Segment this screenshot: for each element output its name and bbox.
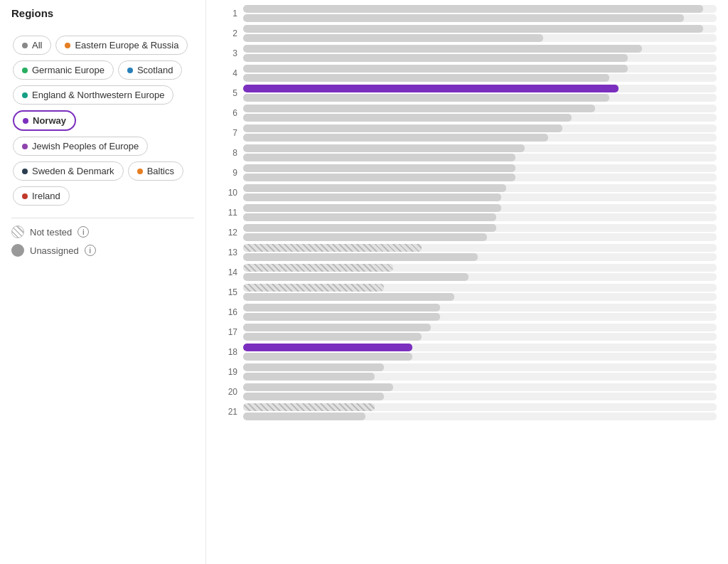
chromosome-row-6: 6 [218, 104, 717, 122]
bars-col-8 [243, 144, 717, 161]
chrom-num-9: 9 [218, 168, 237, 178]
bars-col-15 [243, 284, 717, 301]
unassigned-label: Unassigned [30, 245, 79, 256]
bars-col-18 [243, 344, 717, 361]
chromosome-row-11: 11 [218, 203, 717, 222]
chromosome-row-4: 4 [218, 64, 717, 83]
region-dot-eastern-europe [65, 43, 70, 48]
region-pill-germanic-europe[interactable]: Germanic Europe [13, 60, 114, 80]
bar-track-bottom-10 [243, 193, 717, 201]
chromosome-row-3: 3 [218, 44, 717, 63]
region-label-scotland: Scotland [137, 65, 173, 75]
chromosome-row-19: 19 [218, 363, 717, 381]
bar-track-top-11 [243, 204, 717, 212]
bar-segment [243, 204, 501, 212]
bar-segment [243, 213, 496, 221]
unassigned-info-icon[interactable]: i [85, 245, 96, 256]
region-label-sweden-denmark: Sweden & Denmark [32, 166, 114, 176]
bars-col-5 [243, 85, 717, 102]
bar-track-top-12 [243, 224, 717, 232]
bar-segment [243, 363, 384, 371]
bar-track-bottom-13 [243, 253, 717, 261]
chromosome-panel: 123456789101112131415161718192021 [206, 0, 728, 564]
bar-segment [243, 244, 422, 252]
bar-segment [243, 5, 703, 13]
bars-col-12 [243, 224, 717, 241]
bar-segment [243, 284, 384, 292]
chromosome-row-8: 8 [218, 144, 717, 162]
bar-track-bottom-17 [243, 333, 717, 341]
bar-track-bottom-14 [243, 273, 717, 281]
region-pill-eastern-europe[interactable]: Eastern Europe & Russia [55, 36, 188, 55]
region-pill-jewish-peoples[interactable]: Jewish Peoples of Europe [13, 137, 148, 156]
chrom-num-10: 10 [218, 188, 237, 198]
chrom-num-8: 8 [218, 148, 237, 158]
bar-segment [243, 54, 628, 62]
region-label-eastern-europe: Eastern Europe & Russia [75, 40, 178, 50]
bars-col-17 [243, 324, 717, 341]
bar-segment [243, 154, 515, 161]
bar-segment [243, 144, 525, 152]
region-pill-norway[interactable]: Norway [13, 110, 76, 131]
chrom-num-2: 2 [218, 28, 237, 38]
bar-segment [243, 413, 365, 420]
bar-track-top-19 [243, 363, 717, 371]
bar-track-bottom-2 [243, 34, 717, 42]
bar-track-bottom-8 [243, 154, 717, 161]
chrom-num-1: 1 [218, 9, 237, 18]
bar-track-bottom-3 [243, 54, 717, 62]
bar-track-bottom-19 [243, 373, 717, 381]
bar-track-top-13 [243, 244, 717, 252]
bar-track-bottom-11 [243, 213, 717, 221]
chrom-num-19: 19 [218, 367, 237, 377]
chromosome-row-9: 9 [218, 164, 717, 182]
bars-col-2 [243, 25, 717, 42]
region-pill-all[interactable]: All [13, 36, 51, 55]
bar-segment [243, 94, 609, 102]
chrom-num-4: 4 [218, 68, 237, 78]
chrom-num-14: 14 [218, 267, 237, 277]
bar-track-bottom-20 [243, 393, 717, 400]
bar-track-bottom-1 [243, 14, 717, 22]
region-pill-sweden-denmark[interactable]: Sweden & Denmark [13, 161, 124, 181]
bar-track-top-3 [243, 45, 717, 53]
bar-track-top-18 [243, 344, 717, 351]
region-dot-jewish-peoples [22, 144, 28, 149]
chromosome-row-13: 13 [218, 243, 717, 262]
bar-track-top-4 [243, 65, 717, 73]
unassigned-icon [11, 244, 24, 257]
sidebar-title: Regions [11, 7, 194, 25]
bar-segment [243, 34, 543, 42]
bars-col-6 [243, 105, 717, 122]
region-label-jewish-peoples: Jewish Peoples of Europe [32, 141, 139, 151]
chromosome-row-18: 18 [218, 343, 717, 361]
chromosome-row-14: 14 [218, 263, 717, 282]
bar-track-top-10 [243, 184, 717, 192]
bar-segment [243, 383, 393, 391]
region-pill-england-nw[interactable]: England & Northwestern Europe [13, 85, 173, 105]
region-label-norway: Norway [33, 115, 66, 126]
region-label-baltics: Baltics [147, 166, 174, 176]
bar-segment [243, 233, 487, 241]
chromosome-row-2: 2 [218, 24, 717, 43]
bars-col-9 [243, 164, 717, 181]
bar-track-bottom-4 [243, 74, 717, 82]
region-label-all: All [32, 40, 42, 50]
region-pill-baltics[interactable]: Baltics [128, 161, 183, 181]
bar-segment [243, 373, 375, 381]
region-pill-scotland[interactable]: Scotland [118, 60, 183, 80]
region-dot-sweden-denmark [22, 169, 28, 174]
bar-track-top-8 [243, 144, 717, 152]
bar-segment [243, 174, 515, 181]
unassigned-row: Unassigned i [11, 244, 194, 257]
bars-col-16 [243, 304, 717, 321]
bar-track-bottom-7 [243, 134, 717, 142]
not-tested-icon [11, 225, 24, 238]
chromosome-row-20: 20 [218, 383, 717, 401]
chromosome-row-5: 5 [218, 84, 717, 102]
bars-col-21 [243, 403, 717, 420]
not-tested-info-icon[interactable]: i [77, 226, 89, 238]
region-pill-ireland[interactable]: Ireland [13, 186, 70, 206]
bar-track-top-2 [243, 25, 717, 33]
bar-segment [243, 124, 562, 132]
